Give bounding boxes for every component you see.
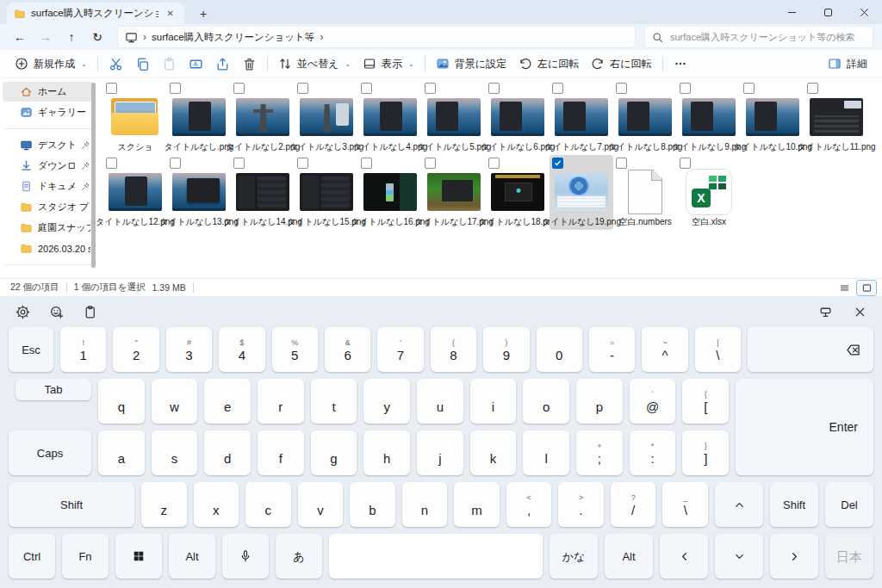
key-chevron-down[interactable] [715, 534, 763, 579]
emoji-add-icon[interactable] [49, 305, 64, 319]
key-Del[interactable]: Del [825, 482, 873, 527]
key-2[interactable]: "2 [113, 327, 158, 372]
refresh-button[interactable]: ↻ [86, 27, 109, 47]
sidebar-scrollbar[interactable] [91, 83, 96, 268]
key-z[interactable]: z [141, 482, 187, 527]
key-q[interactable]: q [98, 379, 145, 424]
key-Shift[interactable]: Shift [9, 482, 134, 527]
sort-button[interactable]: 並べ替え ⌄ [272, 53, 357, 75]
key-4[interactable]: $4 [219, 327, 264, 372]
file-checkbox[interactable] [297, 83, 308, 94]
keyboard-dock-icon[interactable] [818, 305, 833, 319]
search-box[interactable] [644, 26, 873, 48]
file-checkbox[interactable] [233, 158, 245, 169]
key-;[interactable]: +; [576, 430, 623, 475]
key-u[interactable]: u [417, 379, 463, 424]
key-\[interactable]: _\ [662, 482, 708, 527]
key-.[interactable]: >. [558, 482, 604, 527]
key-windows[interactable] [115, 534, 162, 579]
forward-button[interactable]: → [34, 27, 57, 47]
close-icon[interactable] [854, 306, 866, 319]
key-Alt[interactable]: Alt [605, 534, 653, 579]
key-x[interactable]: x [194, 482, 239, 527]
file-checkbox[interactable] [233, 83, 245, 94]
key-8[interactable]: (8 [431, 327, 476, 372]
key-w[interactable]: w [152, 379, 198, 424]
sidebar-item[interactable]: ホーム [3, 82, 94, 102]
key-Esc[interactable]: Esc [9, 327, 53, 372]
key-y[interactable]: y [363, 379, 410, 424]
settings-gear-icon[interactable] [16, 305, 30, 319]
breadcrumb[interactable]: › surface購入時スクリーンショット等 › [117, 26, 636, 48]
details-button[interactable]: 詳細 [822, 53, 873, 75]
file-item[interactable]: タイトルなし17.png [422, 155, 486, 230]
file-checkbox[interactable] [743, 83, 755, 94]
file-item[interactable]: タイトルなし8.png [613, 80, 677, 155]
file-item[interactable]: タイトルなし.png [167, 80, 231, 155]
key-k[interactable]: k [470, 430, 517, 475]
file-item[interactable]: タイトルなし15.png [295, 155, 358, 230]
key-s[interactable]: s [152, 430, 198, 475]
delete-button[interactable] [236, 53, 263, 75]
key-chevron-left[interactable] [660, 534, 708, 579]
key-かな[interactable]: かな [550, 534, 598, 579]
breadcrumb-folder[interactable]: surface購入時スクリーンショット等 [152, 31, 314, 44]
list-view-toggle[interactable] [834, 280, 854, 296]
key-あ[interactable]: あ [276, 534, 322, 579]
file-item[interactable]: タイトルなし7.png [550, 80, 613, 155]
file-item[interactable]: タイトルなし9.png [677, 80, 741, 155]
key-p[interactable]: p [576, 379, 623, 424]
rotate-left-button[interactable]: 左に回転 [512, 53, 585, 75]
key-b[interactable]: b [350, 482, 395, 527]
file-item[interactable]: タイトルなし10.png [741, 80, 804, 155]
file-checkbox[interactable] [488, 83, 500, 94]
key-c[interactable]: c [245, 482, 291, 527]
file-item[interactable]: タイトルなし13.png [167, 155, 231, 230]
key-space[interactable] [329, 534, 543, 579]
key-日本[interactable]: 日本 [825, 534, 873, 579]
file-checkbox[interactable] [807, 83, 818, 94]
key-backspace[interactable] [748, 327, 873, 372]
file-checkbox[interactable] [552, 83, 563, 94]
key-d[interactable]: d [204, 430, 251, 475]
key-Fn[interactable]: Fn [62, 534, 109, 579]
file-item[interactable]: タイトルなし16.png [358, 155, 422, 230]
key-Caps[interactable]: Caps [9, 430, 91, 475]
grid-view-toggle[interactable] [856, 280, 877, 296]
key-a[interactable]: a [98, 430, 145, 475]
key-0[interactable]: 0 [537, 327, 582, 372]
key-l[interactable]: l [523, 430, 569, 475]
key-7[interactable]: '7 [377, 327, 423, 372]
key-@[interactable]: `@ [630, 379, 676, 424]
paste-button[interactable] [156, 53, 183, 75]
key-5[interactable]: %5 [272, 327, 318, 372]
key--[interactable]: =- [589, 327, 635, 372]
new-button[interactable]: 新規作成 ⌄ [9, 53, 93, 75]
file-item[interactable]: タイトルなし11.png [804, 80, 868, 155]
key-Alt[interactable]: Alt [169, 534, 215, 579]
key-6[interactable]: &6 [325, 327, 370, 372]
file-checkbox[interactable] [488, 158, 500, 169]
file-checkbox[interactable] [425, 158, 436, 169]
file-item[interactable]: スクショ [103, 80, 167, 155]
key-9[interactable]: )9 [483, 327, 529, 372]
minimize-button[interactable] [773, 0, 810, 24]
key-f[interactable]: f [258, 430, 304, 475]
key-Shift[interactable]: Shift [770, 482, 818, 527]
key-1[interactable]: !1 [60, 327, 106, 372]
sidebar-item[interactable]: 2026.03.20 sur [3, 238, 94, 258]
key-o[interactable]: o [523, 379, 569, 424]
file-checkbox[interactable] [616, 158, 627, 169]
sidebar-item[interactable]: スタジオ プリント [3, 197, 94, 217]
file-checkbox[interactable] [616, 83, 627, 94]
sidebar-item[interactable]: 庭園スナップ [3, 218, 94, 238]
new-tab-button[interactable]: + [195, 7, 212, 24]
key-3[interactable]: #3 [166, 327, 212, 372]
share-button[interactable] [209, 53, 236, 75]
file-checkbox[interactable] [680, 83, 691, 94]
back-button[interactable]: ← [9, 27, 31, 47]
file-checkbox[interactable] [361, 158, 372, 169]
file-item[interactable]: タイトルなし2.png [231, 80, 295, 155]
key-mic[interactable] [222, 534, 269, 579]
key-g[interactable]: g [311, 430, 357, 475]
